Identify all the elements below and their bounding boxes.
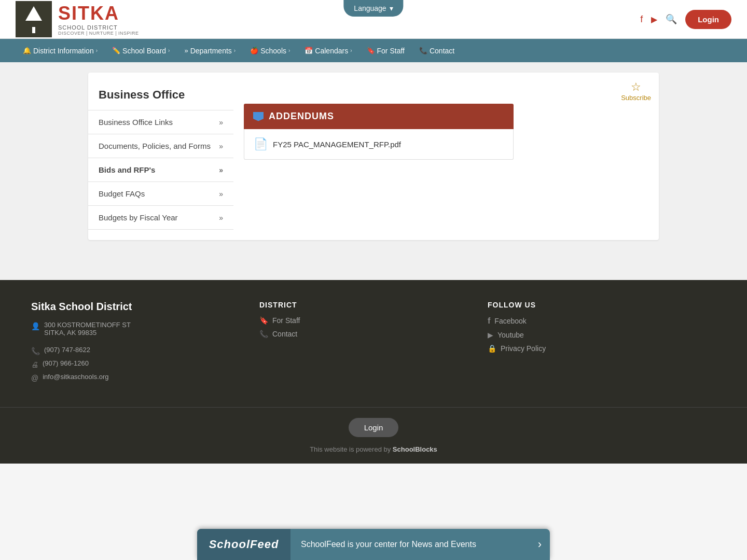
footer-follow-title: FOLLOW US — [488, 301, 716, 309]
logo-box — [16, 1, 52, 37]
bookmark-footer-icon: 🔖 — [259, 316, 268, 325]
sidebar-item-budget-faqs[interactable]: Budget FAQs » — [88, 182, 233, 206]
facebook-icon[interactable]: f — [640, 14, 643, 25]
footer-facebook-label: Facebook — [494, 317, 526, 325]
double-chevron-right-icon-3: » — [219, 166, 223, 174]
powered-by-text: This website is powered by — [310, 445, 391, 453]
flag-icon — [253, 112, 264, 121]
logo-sitka: SITKA — [58, 3, 139, 24]
phone-icon: 📞 — [419, 47, 427, 54]
chevron-right-icon-5: › — [350, 48, 352, 53]
top-bar: SITKA SCHOOL DISTRICT DISCOVER | NURTURE… — [0, 0, 747, 39]
sidebar: Business Office Business Office Links » … — [88, 73, 233, 240]
footer-email: info@sitkaschools.org — [43, 373, 108, 381]
chevron-right-icon: › — [96, 48, 98, 53]
nav-item-district-information[interactable]: 🔔 District Information › — [16, 39, 105, 62]
login-button[interactable]: Login — [685, 10, 731, 29]
sidebar-item-budgets-fiscal-year[interactable]: Budgets by Fiscal Year » — [88, 206, 233, 230]
footer-col-contact: Sitka School District 👤 300 KOSTROMETINO… — [31, 301, 259, 386]
footer-link-for-staff[interactable]: 🔖 For Staff — [259, 316, 488, 325]
addendums-header: ADDENDUMS — [244, 104, 514, 129]
footer-privacy-label: Privacy Policy — [501, 344, 546, 353]
addendums-body: 📄 FY25 PAC_MANAGEMENT_RFP.pdf — [244, 129, 514, 160]
chevron-right-icon-2: › — [168, 48, 170, 53]
pdf-icon: 📄 — [254, 137, 268, 151]
sidebar-item-bids-rfps[interactable]: Bids and RFP's » — [88, 158, 233, 182]
nav-item-schools[interactable]: 🍎 Schools › — [243, 39, 297, 62]
footer-fax: (907) 966-1260 — [43, 359, 89, 367]
apple-icon: 🍎 — [250, 47, 258, 54]
bell-icon: 🔔 — [23, 47, 31, 54]
footer-contact-label: Contact — [272, 330, 297, 338]
language-button[interactable]: Language ▾ — [343, 0, 403, 17]
nav-item-departments[interactable]: » Departments › — [177, 39, 243, 62]
logo-tree-icon — [25, 6, 42, 21]
pdf-item[interactable]: 📄 FY25 PAC_MANAGEMENT_RFP.pdf — [254, 137, 504, 151]
footer-phone-row: 📞 (907) 747-8622 — [31, 346, 259, 355]
footer-link-youtube[interactable]: ▶ Youtube — [488, 331, 716, 339]
footer-for-staff-label: For Staff — [272, 316, 300, 325]
footer-email-row: @ info@sitkaschools.org — [31, 373, 259, 382]
footer-address-line2: SITKA, AK 99835 — [44, 329, 131, 337]
location-icon: 👤 — [31, 322, 40, 330]
language-chevron-icon: ▾ — [390, 4, 393, 12]
double-chevron-icon: » — [184, 47, 188, 54]
nav-label-district-information: District Information — [33, 47, 94, 55]
content-card: Business Office Business Office Links » … — [88, 73, 659, 240]
double-chevron-right-icon: » — [219, 118, 223, 127]
footer-col-district: DISTRICT 🔖 For Staff 📞 Contact — [259, 301, 488, 386]
footer-link-privacy[interactable]: 🔒 Privacy Policy — [488, 344, 716, 353]
powered-by-brand: SchoolBlocks — [393, 445, 437, 453]
nav-label-departments: Departments — [190, 47, 232, 55]
sidebar-item-label: Budgets by Fiscal Year — [99, 213, 178, 222]
footer-fax-row: 🖨 (907) 966-1260 — [31, 359, 259, 369]
nav-label-school-board: School Board — [122, 47, 166, 55]
pencil-icon: ✏️ — [112, 47, 120, 54]
logo-tagline: DISCOVER | NURTURE | INSPIRE — [58, 31, 139, 36]
chevron-right-icon-4: › — [288, 48, 290, 53]
logo-trunk-icon — [32, 27, 35, 33]
search-icon[interactable]: 🔍 — [666, 13, 677, 25]
powered-by: This website is powered by SchoolBlocks — [310, 445, 437, 453]
double-chevron-right-icon-2: » — [219, 142, 223, 150]
footer-link-facebook[interactable]: f Facebook — [488, 316, 716, 326]
lock-footer-icon: 🔒 — [488, 344, 496, 353]
sidebar-item-label: Budget FAQs — [99, 189, 145, 198]
addendums-title: ADDENDUMS — [269, 111, 334, 122]
footer-youtube-label: Youtube — [497, 331, 524, 339]
nav-item-contact[interactable]: 📞 Contact — [412, 39, 462, 62]
sidebar-item-label: Bids and RFP's — [99, 165, 155, 174]
nav-label-schools: Schools — [260, 47, 286, 55]
nav-label-contact: Contact — [430, 47, 454, 55]
nav-item-for-staff[interactable]: 🔖 For Staff — [359, 39, 412, 62]
chevron-right-icon-3: › — [234, 48, 236, 53]
nav-label-calendars: Calendars — [315, 47, 348, 55]
double-chevron-right-icon-5: » — [219, 214, 223, 222]
bottom-login-button[interactable]: Login — [349, 418, 399, 437]
footer-col-follow: FOLLOW US f Facebook ▶ Youtube 🔒 Privacy… — [488, 301, 716, 386]
nav-item-school-board[interactable]: ✏️ School Board › — [105, 39, 177, 62]
youtube-footer-icon: ▶ — [488, 331, 493, 339]
bookmark-icon: 🔖 — [367, 47, 375, 54]
main-nav: 🔔 District Information › ✏️ School Board… — [0, 39, 747, 62]
facebook-footer-icon: f — [488, 316, 490, 326]
footer-address-line1: 300 KOSTROMETINOFF ST — [44, 321, 131, 329]
footer-link-contact[interactable]: 📞 Contact — [259, 330, 488, 338]
fax-icon: 🖨 — [31, 360, 38, 369]
sidebar-item-documents-policies[interactable]: Documents, Policies, and Forms » — [88, 134, 233, 158]
bottom-bar: Login This website is powered by SchoolB… — [0, 407, 747, 464]
pdf-filename: FY25 PAC_MANAGEMENT_RFP.pdf — [273, 140, 401, 149]
logo-area: SITKA SCHOOL DISTRICT DISCOVER | NURTURE… — [16, 1, 139, 37]
nav-label-for-staff: For Staff — [377, 47, 405, 55]
footer-org-name: Sitka School District — [31, 301, 259, 313]
nav-item-calendars[interactable]: 📅 Calendars › — [297, 39, 359, 62]
star-icon: ☆ — [631, 80, 641, 94]
youtube-icon[interactable]: ▶ — [651, 15, 657, 24]
calendar-icon: 📅 — [305, 47, 313, 54]
subscribe-button[interactable]: ☆ Subscribe — [621, 80, 651, 102]
sidebar-item-business-office-links[interactable]: Business Office Links » — [88, 110, 233, 134]
footer-district-title: DISTRICT — [259, 301, 488, 309]
top-right-actions: f ▶ 🔍 Login — [640, 10, 731, 29]
content-area: Business Office Business Office Links » … — [0, 62, 747, 280]
subscribe-label: Subscribe — [621, 94, 651, 102]
